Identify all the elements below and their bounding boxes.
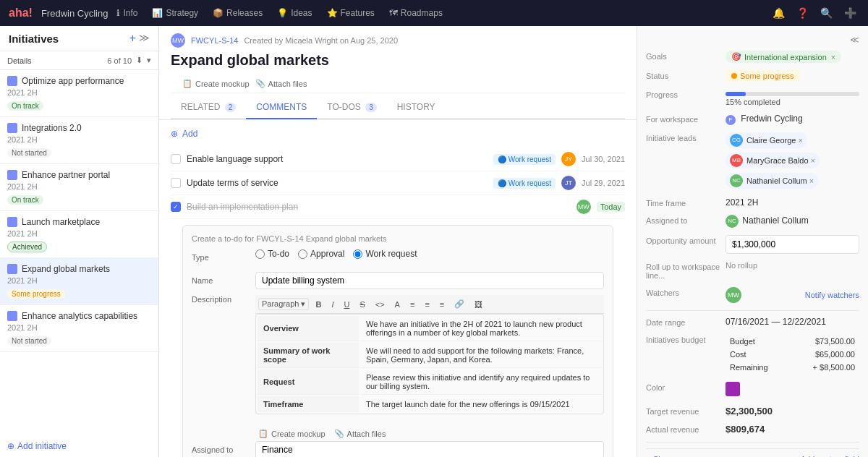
avatar: MW bbox=[171, 33, 185, 48]
budget-row-value: $73,500.00 bbox=[790, 336, 858, 347]
align-left-button[interactable]: ≡ bbox=[407, 298, 418, 310]
target-revenue-row: Target revenue $2,300,500 bbox=[646, 406, 859, 417]
list-item[interactable]: Enhance partner portal 2021 2H On track bbox=[0, 164, 158, 211]
image-button[interactable]: 🖼 bbox=[471, 298, 486, 310]
todo-date: Jul 30, 2021 bbox=[582, 155, 625, 163]
ul-button[interactable]: ≡ bbox=[436, 298, 448, 310]
workspace-row: For workspace F Fredwin Cycling bbox=[646, 114, 859, 125]
add-icon[interactable]: ➕ bbox=[841, 4, 859, 22]
actual-revenue-label: Actual revenue bbox=[646, 424, 726, 434]
status-badge: On track bbox=[7, 101, 43, 111]
remove-lead-button[interactable]: × bbox=[811, 156, 815, 165]
assigned-to-input[interactable] bbox=[255, 441, 604, 457]
export-icon[interactable]: ⬇ bbox=[136, 56, 142, 65]
progress-fill bbox=[726, 92, 746, 96]
section-content: We will need to add support for the foll… bbox=[360, 343, 602, 368]
todo-checkbox-2[interactable] bbox=[171, 178, 181, 188]
list-item[interactable]: Optimize app performance 2021 2H On trac… bbox=[0, 70, 158, 117]
workspace-label: For workspace bbox=[646, 114, 726, 124]
nav-features[interactable]: ⭐ Features bbox=[321, 5, 380, 21]
create-mockup-button[interactable]: 📋 Create mockup bbox=[258, 429, 326, 438]
add-todo-button[interactable]: ⊕ Add bbox=[171, 129, 625, 139]
progress-row: Progress 15% completed bbox=[646, 89, 859, 106]
sidebar-controls: Details 6 of 10 ⬇ ▾ bbox=[0, 51, 158, 70]
tab-todos[interactable]: TO-DOS 3 bbox=[317, 96, 386, 119]
todo-checkbox-1[interactable] bbox=[171, 154, 181, 164]
collapse-icon[interactable]: ≫ bbox=[139, 32, 150, 45]
opportunity-row: Opportunity amount bbox=[646, 235, 859, 254]
work-request-icon: 🔵 bbox=[498, 179, 506, 187]
table-row: ✓ Build an implementation plan MW Today bbox=[171, 195, 625, 219]
avatar: NC bbox=[726, 215, 739, 228]
remove-lead-button[interactable]: × bbox=[798, 136, 802, 145]
add-initiative-icon[interactable]: + bbox=[129, 32, 136, 45]
assigned-to-label: Assigned to bbox=[192, 445, 250, 454]
list-item[interactable]: Launch marketplace 2021 2H Achieved bbox=[0, 211, 158, 258]
tab-history[interactable]: HISTORY bbox=[387, 96, 446, 119]
notifications-icon[interactable]: 🔔 bbox=[770, 4, 788, 22]
budget-row-label: Budget bbox=[727, 336, 788, 347]
nav-strategy[interactable]: 📊 Strategy bbox=[146, 5, 204, 21]
tab-related[interactable]: RELATED 2 bbox=[171, 96, 246, 119]
strikethrough-button[interactable]: S bbox=[356, 298, 368, 310]
underline-button[interactable]: U bbox=[340, 298, 353, 310]
text-color-button[interactable]: A bbox=[391, 298, 404, 310]
type-label: Type bbox=[192, 253, 250, 262]
link-button[interactable]: 🔗 bbox=[451, 298, 468, 310]
code-button[interactable]: <> bbox=[372, 298, 388, 310]
date-range-row: Date range 07/16/2021 — 12/22/2021 bbox=[646, 317, 859, 327]
nav-releases[interactable]: 📦 Releases bbox=[207, 5, 268, 21]
opportunity-input[interactable] bbox=[726, 235, 859, 254]
status-badge[interactable]: Some progress bbox=[726, 70, 800, 82]
lead-tag: NC Nathaniel Collum × bbox=[726, 173, 818, 189]
remove-goal-button[interactable]: × bbox=[831, 53, 835, 61]
help-icon[interactable]: ❓ bbox=[793, 4, 812, 22]
budget-table: Budget $73,500.00 Cost $65,000.00 Remain… bbox=[726, 334, 859, 375]
assigned-row: Assigned to NC Nathaniel Collum bbox=[646, 215, 859, 228]
mockup-icon: 📋 bbox=[258, 429, 268, 438]
ol-button[interactable]: ≡ bbox=[421, 298, 433, 310]
name-input[interactable] bbox=[255, 272, 604, 289]
color-swatch[interactable] bbox=[726, 382, 740, 396]
target-revenue-value: $2,300,500 bbox=[726, 406, 859, 417]
radio-work-request[interactable]: Work request bbox=[353, 249, 417, 259]
create-mockup-link[interactable]: 📋 Create mockup bbox=[182, 79, 250, 88]
filter-options-icon[interactable]: ▾ bbox=[147, 56, 151, 65]
todo-checkbox-3[interactable]: ✓ bbox=[171, 202, 181, 212]
budget-row-label: Cost bbox=[727, 349, 788, 360]
list-item[interactable]: Enhance analytics capabilities 2021 2H N… bbox=[0, 305, 158, 352]
budget-row-label: Remaining bbox=[727, 362, 788, 373]
todo-label: Update terms of service bbox=[187, 178, 488, 188]
watchers-label: Watchers bbox=[646, 287, 726, 297]
search-icon[interactable]: 🔍 bbox=[817, 4, 835, 22]
notify-watchers-button[interactable]: Notify watchers bbox=[805, 291, 859, 299]
item-timeframe: 2021 2H bbox=[7, 135, 151, 144]
show-more-button[interactable]: ▾ Show more bbox=[646, 455, 694, 458]
paragraph-dropdown[interactable]: Paragraph ▾ bbox=[258, 298, 309, 310]
attach-files-link[interactable]: 📎 Attach files bbox=[255, 79, 307, 88]
radio-todo[interactable]: To-do bbox=[255, 249, 289, 259]
section-content: The target launch date for the new offer… bbox=[360, 396, 602, 412]
avatar: CG bbox=[730, 134, 743, 147]
status-dot bbox=[731, 73, 737, 79]
expand-icon[interactable]: ≪ bbox=[850, 35, 859, 45]
nav-info[interactable]: ℹ Info bbox=[111, 5, 143, 21]
attach-files-button[interactable]: 📎 Attach files bbox=[334, 429, 386, 438]
filter-label[interactable]: Details bbox=[7, 56, 32, 65]
tab-comments[interactable]: COMMENTS bbox=[246, 96, 317, 119]
list-item[interactable]: Expand global markets 2021 2H Some progr… bbox=[0, 258, 158, 305]
user-menu[interactable]: Fredwin Cycling bbox=[41, 8, 108, 19]
add-initiative-button[interactable]: ⊕ Add initiative bbox=[0, 435, 158, 457]
remove-lead-button[interactable]: × bbox=[809, 176, 814, 185]
item-timeframe: 2021 2H bbox=[7, 229, 151, 238]
radio-approval[interactable]: Approval bbox=[298, 249, 344, 259]
nav-roadmaps[interactable]: 🗺 Roadmaps bbox=[383, 5, 448, 21]
italic-button[interactable]: I bbox=[328, 298, 337, 310]
bold-button[interactable]: B bbox=[312, 298, 325, 310]
item-icon bbox=[7, 123, 17, 133]
info-icon: ℹ bbox=[116, 8, 120, 18]
notes-attach-row: 📋 Create mockup 📎 Attach files bbox=[171, 74, 625, 93]
nav-ideas[interactable]: 💡 Ideas bbox=[271, 5, 318, 21]
item-icon bbox=[7, 311, 17, 321]
list-item[interactable]: Integrations 2.0 2021 2H Not started bbox=[0, 117, 158, 164]
